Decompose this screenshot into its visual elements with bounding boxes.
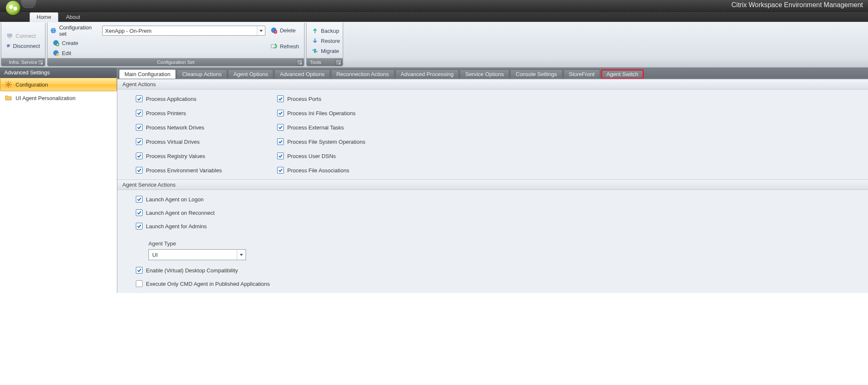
checkbox-icon <box>277 124 284 131</box>
connect-button[interactable]: Connect <box>4 32 42 40</box>
tab-advanced-processing[interactable]: Advanced Processing <box>395 69 459 79</box>
chk-process-file-associations[interactable]: Process File Associations <box>277 167 863 174</box>
checkbox-icon <box>277 167 284 174</box>
dialog-launcher-infra[interactable] <box>37 59 44 66</box>
ribbon: Connect Disconnect Infra. Service <box>0 22 868 68</box>
sidebar-item-label: Configuration <box>16 82 48 88</box>
connect-icon <box>6 32 13 39</box>
chevron-down-icon <box>237 250 246 260</box>
section-body-agent-service-actions: Launch Agent on Logon Launch Agent on Re… <box>117 190 868 293</box>
svg-point-14 <box>7 83 10 86</box>
tab-reconnection-actions[interactable]: Reconnection Actions <box>331 69 394 79</box>
ribbon-group-caption-configset: Configuration Set <box>48 58 304 66</box>
tab-storefront[interactable]: StoreFront <box>564 69 600 79</box>
chk-process-registry-values[interactable]: Process Registry Values <box>136 153 277 159</box>
main-tabs: Main Configuration Cleanup Actions Agent… <box>117 68 868 79</box>
checkbox-icon <box>136 223 143 229</box>
tab-advanced-options[interactable]: Advanced Options <box>274 69 330 79</box>
checkbox-icon <box>277 138 284 145</box>
chk-process-printers[interactable]: Process Printers <box>136 110 277 116</box>
ribbon-group-caption-infra: Infra. Service <box>1 58 45 66</box>
dialog-launcher-configset[interactable] <box>296 59 303 66</box>
chk-process-file-system-operations[interactable]: Process File System Operations <box>277 138 863 145</box>
tab-agent-switch[interactable]: Agent Switch <box>601 69 644 79</box>
edit-label: Edit <box>62 50 71 56</box>
chk-execute-only-cmd-agent[interactable]: Execute Only CMD Agent in Published Appl… <box>136 280 863 287</box>
chk-process-virtual-drives[interactable]: Process Virtual Drives <box>136 138 277 145</box>
checkbox-icon <box>136 110 143 116</box>
checkbox-icon <box>136 167 143 174</box>
delete-button[interactable]: Delete <box>268 26 298 34</box>
backup-icon <box>312 27 318 34</box>
chk-process-user-dsns[interactable]: Process User DSNs <box>277 153 863 159</box>
content-row: Advanced Settings Configuration UI Agent… <box>0 68 868 293</box>
backup-button[interactable]: Backup <box>309 26 343 35</box>
chk-launch-agent-on-logon[interactable]: Launch Agent on Logon <box>136 196 863 203</box>
quick-access-tab[interactable] <box>21 0 36 8</box>
sidebar-item-configuration[interactable]: Configuration <box>0 78 117 91</box>
create-icon <box>53 40 59 46</box>
checkbox-icon <box>136 267 143 274</box>
app-logo[interactable] <box>6 1 20 15</box>
configset-label: Configuration set <box>59 24 100 37</box>
checkbox-icon <box>136 280 143 287</box>
chk-process-network-drives[interactable]: Process Network Drives <box>136 124 277 131</box>
folder-icon <box>5 94 12 102</box>
ribbon-group-caption-tools: Tools <box>307 58 343 66</box>
ribbon-group-infra-service: Connect Disconnect Infra. Service <box>1 23 45 66</box>
chk-process-ini-files-operations[interactable]: Process Ini Files Operations <box>277 110 863 116</box>
tab-service-options[interactable]: Service Options <box>460 69 509 79</box>
connect-label: Connect <box>16 33 36 39</box>
svg-rect-0 <box>7 34 12 37</box>
refresh-label: Refresh <box>280 43 299 50</box>
chk-process-environment-variables[interactable]: Process Environment Variables <box>136 167 277 174</box>
tab-cleanup-actions[interactable]: Cleanup Actions <box>177 69 227 79</box>
chk-process-applications[interactable]: Process Applications <box>136 95 277 102</box>
agent-type-dropdown[interactable]: UI <box>148 249 246 260</box>
svg-rect-3 <box>8 47 9 47</box>
ribbon-tabstrip: Home About <box>0 12 868 22</box>
delete-label: Delete <box>280 27 296 34</box>
disconnect-button[interactable]: Disconnect <box>4 42 42 50</box>
edit-button[interactable]: Edit <box>50 49 265 57</box>
ribbon-tab-home[interactable]: Home <box>29 12 58 22</box>
agent-type-label: Agent Type <box>148 240 863 247</box>
ribbon-group-tools: Backup Restore Migrate Tools <box>306 23 343 66</box>
main-body: Agent Actions Process Applications Proce… <box>117 79 868 293</box>
checkbox-icon <box>136 95 143 102</box>
checkbox-icon <box>136 153 143 159</box>
chk-enable-virtual-desktop-compatibility[interactable]: Enable (Virtual) Desktop Compatibility <box>136 267 863 274</box>
svg-rect-13 <box>271 45 275 48</box>
sidebar-header: Advanced Settings <box>0 68 117 78</box>
checkbox-icon <box>136 196 143 203</box>
migrate-icon <box>312 47 318 54</box>
main-area: Main Configuration Cleanup Actions Agent… <box>117 68 868 293</box>
checkbox-icon <box>136 138 143 145</box>
restore-label: Restore <box>321 38 340 44</box>
chk-process-ports[interactable]: Process Ports <box>277 95 863 102</box>
sidebar-item-ui-agent-personalization[interactable]: UI Agent Personalization <box>0 91 117 105</box>
migrate-button[interactable]: Migrate <box>309 47 343 55</box>
create-button[interactable]: Create <box>50 39 265 47</box>
sidebar: Advanced Settings Configuration UI Agent… <box>0 68 117 293</box>
gear-icon <box>5 81 12 88</box>
chk-process-external-tasks[interactable]: Process External Tasks <box>277 124 863 131</box>
restore-button[interactable]: Restore <box>309 37 343 45</box>
section-header-agent-service-actions: Agent Service Actions <box>117 179 868 190</box>
chk-launch-agent-on-reconnect[interactable]: Launch Agent on Reconnect <box>136 209 863 216</box>
restore-icon <box>312 37 318 44</box>
refresh-button[interactable]: Refresh <box>268 42 302 50</box>
configset-value: XenApp - On-Prem <box>103 28 257 34</box>
tab-console-settings[interactable]: Console Settings <box>510 69 562 79</box>
configset-dropdown[interactable]: XenApp - On-Prem <box>102 26 266 36</box>
ribbon-tab-about[interactable]: About <box>59 13 87 22</box>
tab-agent-options[interactable]: Agent Options <box>228 69 273 79</box>
chk-launch-agent-for-admins[interactable]: Launch Agent for Admins <box>136 223 863 229</box>
checkbox-icon <box>277 110 284 116</box>
migrate-label: Migrate <box>321 48 339 54</box>
tab-main-configuration[interactable]: Main Configuration <box>119 69 176 79</box>
app-title: Citrix Workspace Environment Management <box>731 1 863 9</box>
globe-icon <box>50 27 57 34</box>
edit-icon <box>53 50 59 56</box>
dialog-launcher-tools[interactable] <box>335 59 341 66</box>
